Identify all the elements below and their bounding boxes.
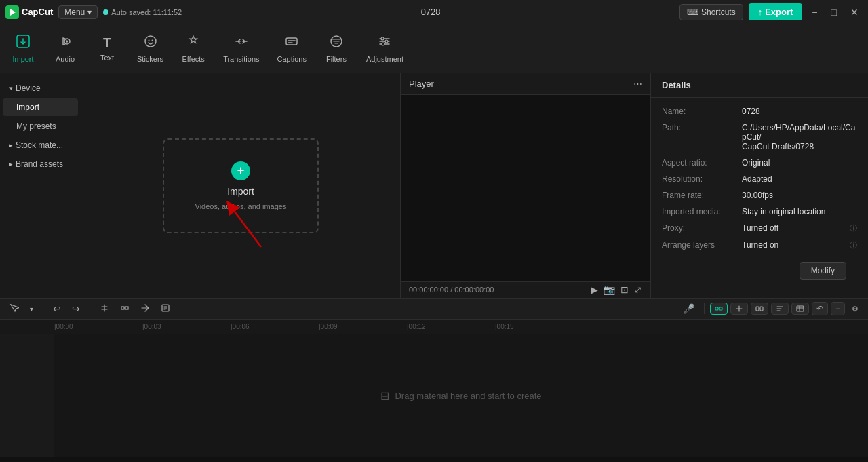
toolbar-text[interactable]: T Text (87, 30, 127, 67)
toolbar-stickers-label: Stickers (137, 55, 163, 63)
svg-point-6 (151, 40, 153, 41)
sidebar-item-device[interactable]: ▾ Device (3, 79, 78, 97)
autosave-dot (103, 9, 108, 15)
maximize-button[interactable]: □ (827, 7, 841, 18)
detail-row-resolution: Resolution: Adapted (651, 171, 868, 187)
track-labels (0, 334, 54, 457)
magnetic-snap-button[interactable] (710, 303, 728, 315)
sidebar-stock-label: Stock mate... (16, 140, 63, 150)
align-button[interactable] (771, 303, 789, 315)
sidebar-device-label: Device (16, 83, 41, 93)
link-button[interactable] (751, 303, 768, 315)
player-panel: Player ⋯ 00:00:00:00 / 00:00:00:00 ▶ 📷 ⊡… (400, 73, 651, 298)
detail-row-arrange-layers: Arrange layers Turned on ⓘ (651, 237, 868, 254)
timeline-scrollbar[interactable] (0, 457, 868, 462)
autosave-status: Auto saved: 11:11:52 (103, 8, 182, 16)
cursor-dropdown[interactable]: ▾ (26, 304, 37, 314)
svg-rect-17 (715, 307, 718, 310)
titlebar: CapCut Menu ▾ Auto saved: 11:11:52 0728 … (0, 0, 868, 24)
toolbar-transitions[interactable]: Transitions (215, 28, 267, 69)
toolbar-adjustment[interactable]: Adjustment (358, 28, 412, 69)
close-button[interactable]: ✕ (846, 7, 863, 18)
timeline-area: |00:00 |00:03 |00:06 |00:09 |00:12 |00:1… (0, 320, 868, 462)
toolbar-captions[interactable]: Captions (269, 28, 315, 69)
toolbar-import[interactable]: Import (3, 28, 43, 69)
player-title: Player (409, 79, 434, 89)
audio-icon (58, 34, 73, 52)
player-screenshot-button[interactable]: 📷 (604, 284, 615, 295)
player-fullscreen-button[interactable]: ⤢ (634, 284, 642, 295)
sidebar-item-stock-mate[interactable]: ▸ Stock mate... (3, 136, 78, 154)
svg-rect-15 (125, 307, 128, 309)
import-drop-zone[interactable]: + Import Videos, audios, and images (163, 138, 319, 233)
ruler-mark-0: |00:00 (54, 323, 73, 330)
proxy-info-icon[interactable]: ⓘ (850, 223, 857, 233)
player-crop-button[interactable]: ⊡ (620, 284, 629, 295)
toolbar-effects[interactable]: Effects (173, 28, 214, 69)
player-menu-button[interactable]: ⋯ (633, 79, 642, 89)
logo-icon (5, 5, 19, 19)
svg-point-9 (381, 37, 384, 40)
edit-tool-3[interactable] (136, 302, 154, 316)
detail-row-aspect: Aspect ratio: Original (651, 155, 868, 171)
sidebar-item-my-presets[interactable]: My presets (3, 117, 78, 135)
toolbar-stickers[interactable]: Stickers (129, 28, 172, 69)
app-name: CapCut (22, 7, 53, 17)
import-zone-sublabel: Videos, audios, and images (195, 202, 287, 210)
ruler-mark-5: |00:15 (495, 323, 514, 330)
detail-row-proxy: Proxy: Turned off ⓘ (651, 220, 868, 237)
export-button[interactable]: ↑ Export (749, 3, 803, 20)
project-title: 0728 (187, 7, 674, 17)
arrange-layers-info-icon[interactable]: ⓘ (850, 240, 857, 250)
import-icon (16, 34, 31, 52)
svg-rect-20 (760, 307, 763, 311)
svg-rect-7 (286, 38, 297, 45)
ruler-mark-4: |00:12 (407, 323, 426, 330)
player-controls: 00:00:00:00 / 00:00:00:00 ▶ 📷 ⊡ ⤢ (401, 281, 650, 298)
split-button[interactable] (96, 302, 113, 316)
toolbar-audio-label: Audio (56, 55, 75, 63)
import-plus-icon: + (231, 161, 250, 180)
ruler-mark-3: |00:09 (319, 323, 338, 330)
detail-row-path: Path: C:/Users/HP/AppData/Local/CapCut/C… (651, 119, 868, 155)
transitions-icon (234, 34, 249, 52)
drag-hint-text: Drag material here and start to create (395, 391, 541, 401)
redo-button[interactable]: ↪ (68, 302, 84, 315)
toolbar-audio[interactable]: Audio (45, 28, 85, 69)
preview-button[interactable] (791, 303, 809, 315)
sidebar-item-brand-assets[interactable]: ▸ Brand assets (3, 155, 78, 173)
divider-1 (43, 303, 43, 314)
track-content[interactable]: ⊟ Drag material here and start to create (54, 334, 868, 457)
menu-button[interactable]: Menu ▾ (58, 5, 98, 19)
player-timecode: 00:00:00:00 / 00:00:00:00 (409, 286, 494, 294)
toolbar-adjustment-label: Adjustment (366, 55, 403, 63)
modify-button[interactable]: Modify (800, 262, 846, 280)
shortcuts-button[interactable]: ⌨ Shortcuts (679, 4, 743, 20)
cursor-tool[interactable] (5, 302, 23, 316)
svg-point-4 (145, 36, 156, 47)
undo-button[interactable]: ↩ (49, 302, 65, 315)
edit-tool-4[interactable] (157, 302, 174, 316)
divider-3 (704, 303, 705, 314)
ruler-mark-2: |00:06 (231, 323, 250, 330)
svg-point-3 (66, 41, 68, 43)
snap-button[interactable] (730, 303, 748, 315)
details-header: Details (651, 73, 868, 98)
sidebar-item-import[interactable]: Import (3, 98, 78, 116)
ruler-mark-1: |00:03 (142, 323, 161, 330)
effects-icon (186, 34, 201, 52)
minimize-button[interactable]: − (808, 7, 821, 18)
main-area: ▾ Device Import My presets ▸ Stock mate.… (0, 73, 868, 298)
undo2-button[interactable]: ↶ (812, 302, 828, 315)
toolbar-filters[interactable]: Filters (316, 28, 357, 69)
zoom-out-button[interactable]: − (831, 302, 845, 315)
settings-button[interactable]: ⚙ (848, 303, 863, 315)
mic-button[interactable]: 🎤 (679, 302, 698, 315)
filters-icon (329, 34, 344, 52)
edit-tool-2[interactable] (116, 302, 134, 316)
sidebar-import-label: Import (16, 102, 39, 112)
player-play-button[interactable]: ▶ (591, 284, 598, 295)
toolbar-import-label: Import (12, 55, 33, 63)
svg-rect-21 (797, 306, 804, 311)
toolbar-transitions-label: Transitions (223, 55, 259, 63)
